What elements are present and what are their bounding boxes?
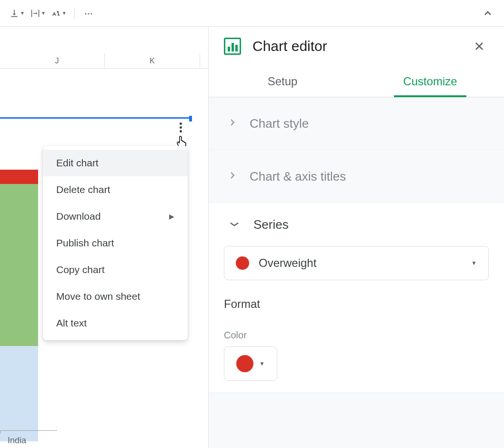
tab-setup[interactable]: Setup: [209, 66, 356, 97]
section-title: Chart & axis titles: [250, 169, 346, 184]
chevron-right-icon: [230, 117, 235, 131]
text-wrap-button[interactable]: ▼: [29, 5, 48, 22]
tab-customize[interactable]: Customize: [356, 66, 504, 97]
dropdown-arrow-icon: ▼: [471, 260, 477, 266]
chart-preview: [0, 170, 38, 441]
spreadsheet-area: J K Edit chart Delete chart: [0, 27, 209, 448]
chevron-right-icon: [230, 170, 235, 183]
chart-editor-sidebar: Chart editor Setup Customize Chart style: [209, 27, 504, 448]
dropdown-arrow-icon: ▼: [62, 10, 67, 16]
color-field-label: Color: [224, 330, 489, 341]
menu-item-alt-text[interactable]: Alt text: [43, 310, 188, 336]
series-color-swatch: [236, 256, 249, 270]
close-button[interactable]: [470, 37, 489, 56]
toolbar: ▼ ▼ ▼ ⋯: [0, 0, 504, 27]
menu-item-label: Delete chart: [56, 184, 110, 195]
column-headers: J K: [0, 53, 208, 69]
dropdown-arrow-icon: ▼: [259, 360, 265, 367]
section-header[interactable]: Chart style: [209, 97, 504, 150]
color-swatch: [236, 355, 253, 372]
section-chart-axis-titles: Chart & axis titles: [209, 150, 504, 203]
toolbar-divider: [74, 8, 75, 19]
more-options-button[interactable]: ⋯: [81, 5, 98, 22]
menu-item-move-to-sheet[interactable]: Move to own sheet: [43, 283, 188, 310]
menu-item-label: Alt text: [56, 317, 87, 329]
axis-tick: [0, 431, 0, 434]
column-header[interactable]: K: [105, 53, 200, 68]
chart-options-button[interactable]: [180, 122, 182, 132]
chart-context-menu: Edit chart Delete chart Download ▶ Publi…: [43, 146, 188, 340]
submenu-arrow-icon: ▶: [169, 213, 174, 220]
chart-bar-segment: [0, 346, 38, 441]
section-series: Series Overweight ▼ Format Color ▼: [209, 203, 504, 393]
column-header[interactable]: J: [10, 53, 105, 68]
customize-sections: Chart style Chart & axis titles: [209, 97, 504, 448]
format-heading: Format: [224, 297, 489, 311]
menu-item-label: Publish chart: [56, 237, 114, 249]
section-title: Series: [253, 217, 289, 232]
menu-item-label: Download: [56, 211, 101, 222]
vertical-align-button[interactable]: ▼: [8, 5, 27, 22]
menu-item-download[interactable]: Download ▶: [43, 203, 188, 230]
axis-line: [0, 430, 57, 431]
chart-bar-segment: [0, 184, 38, 346]
color-picker[interactable]: ▼: [224, 346, 277, 381]
dropdown-arrow-icon: ▼: [20, 10, 25, 16]
menu-item-edit-chart[interactable]: Edit chart: [43, 150, 188, 176]
section-chart-style: Chart style: [209, 97, 504, 150]
sidebar-header: Chart editor: [209, 27, 504, 66]
collapse-button[interactable]: [479, 5, 496, 22]
menu-item-label: Move to own sheet: [56, 291, 140, 302]
menu-item-label: Edit chart: [56, 157, 99, 169]
series-name: Overweight: [259, 256, 462, 270]
section-header[interactable]: Chart & axis titles: [209, 150, 504, 203]
chart-editor-icon: [224, 38, 241, 55]
dropdown-arrow-icon: ▼: [41, 10, 46, 16]
section-header[interactable]: Series: [209, 203, 504, 246]
sidebar-title: Chart editor: [252, 38, 458, 54]
sidebar-tabs: Setup Customize: [209, 66, 504, 97]
menu-item-delete-chart[interactable]: Delete chart: [43, 176, 188, 203]
axis-label: India: [8, 436, 26, 446]
menu-item-publish-chart[interactable]: Publish chart: [43, 230, 188, 256]
chart-bar-segment: [0, 170, 38, 184]
text-rotation-button[interactable]: ▼: [50, 5, 69, 22]
series-selector[interactable]: Overweight ▼: [224, 246, 489, 280]
menu-item-copy-chart[interactable]: Copy chart: [43, 256, 188, 283]
section-title: Chart style: [250, 116, 309, 131]
chart-selection-border[interactable]: [0, 117, 192, 119]
menu-item-label: Copy chart: [56, 264, 105, 275]
chevron-down-icon: [229, 221, 240, 228]
resize-handle[interactable]: [189, 116, 192, 122]
